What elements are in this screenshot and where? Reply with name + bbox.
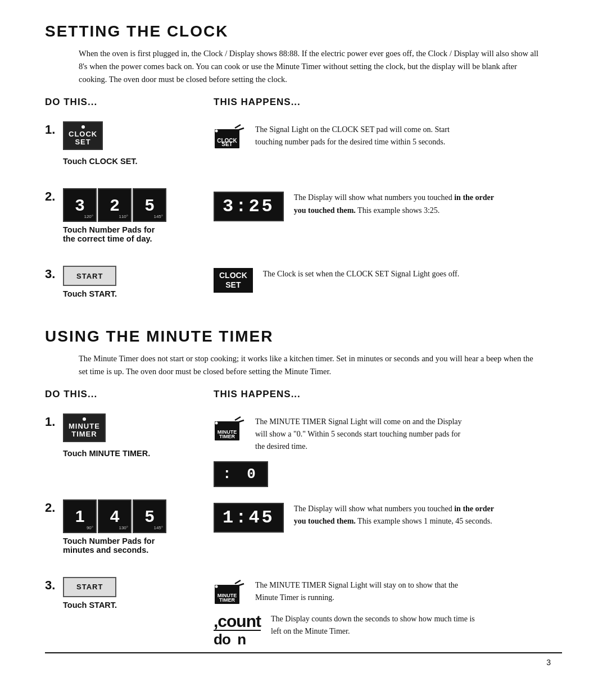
- svg-text:TIMER: TIMER: [219, 597, 235, 603]
- minute-timer-do-this-header: DO THIS...: [45, 389, 214, 400]
- setting-clock-step3-label: Touch START.: [63, 289, 214, 298]
- timer-step2-number: 2.: [45, 501, 57, 515]
- timer-num-key-5[interactable]: 5 145°: [133, 499, 166, 533]
- clock-time-display: 3:25: [214, 192, 284, 221]
- svg-point-15: [215, 585, 218, 588]
- timer-num-key-4[interactable]: 4 130°: [98, 499, 132, 533]
- start-button-timer[interactable]: START: [63, 577, 116, 597]
- svg-point-3: [215, 129, 218, 132]
- setting-clock-step2-number: 2.: [45, 189, 57, 204]
- timer-number-pads: 1 90° 4 130° 5 145°: [63, 499, 166, 533]
- timer-step1-happens: The MINUTE TIMER Signal Light will come …: [255, 416, 469, 453]
- timer-step2-happens: The Display will show what numbers you t…: [294, 503, 508, 528]
- clock-set-off-pad: CLOCKSET: [214, 268, 253, 293]
- setting-clock-step1-label: Touch CLOCK SET.: [63, 157, 214, 166]
- clock-set-pad[interactable]: CLOCKSET: [63, 121, 103, 151]
- num-key-3[interactable]: 3 120°: [63, 188, 97, 222]
- svg-text:SET: SET: [221, 141, 232, 147]
- setting-clock-step2-label: Touch Number Pads forthe correct time of…: [63, 225, 214, 243]
- setting-clock-step1-happens: The Signal Light on the CLOCK SET pad wi…: [255, 124, 469, 149]
- setting-clock-intro: When the oven is first plugged in, the C…: [79, 47, 540, 87]
- timer-step3-happens1: The MINUTE TIMER Signal Light will stay …: [255, 579, 469, 604]
- setting-clock-step3-number: 3.: [45, 267, 57, 281]
- start-button-clock[interactable]: START: [63, 266, 116, 286]
- timer-step3-label: Touch START.: [63, 601, 214, 610]
- clock-set-signal-icon: CLOCK SET: [214, 124, 245, 151]
- setting-clock-this-happens-header: THIS HAPPENS...: [214, 97, 562, 108]
- minute-timer-intro: The Minute Timer does not start or stop …: [79, 352, 540, 378]
- setting-clock-title: SETTING THE CLOCK: [45, 22, 562, 40]
- timer-145-display: 1:45: [214, 503, 284, 533]
- svg-point-9: [215, 421, 218, 424]
- num-key-2[interactable]: 2 110°: [98, 188, 132, 222]
- timer-num-key-1[interactable]: 1 90°: [63, 499, 97, 533]
- minute-timer-this-happens-header: THIS HAPPENS...: [214, 389, 562, 400]
- minute-timer-signal-icon: MINUTE TIMER: [214, 416, 245, 443]
- timer-step1-number: 1.: [45, 415, 57, 429]
- svg-line-6: [235, 417, 241, 420]
- svg-text:TIMER: TIMER: [219, 434, 235, 439]
- timer-zero-display: : 0: [214, 461, 268, 487]
- svg-line-12: [235, 580, 241, 584]
- num-key-5[interactable]: 5 145°: [133, 188, 166, 222]
- setting-clock-step3-happens: The Clock is set when the CLOCK SET Sign…: [263, 268, 459, 280]
- clock-number-pads: 3 120° 2 110° 5 145°: [63, 188, 166, 222]
- timer-step3-number: 3.: [45, 578, 57, 593]
- timer-running-signal-icon: MINUTE TIMER: [214, 579, 245, 606]
- page-divider: [45, 652, 562, 653]
- timer-step3-happens2: The Display counts down the seconds to s…: [271, 613, 484, 638]
- minute-timer-pad[interactable]: MINUTETIMER: [63, 413, 106, 443]
- setting-clock-step2-happens: The Display will show what numbers you t…: [294, 192, 508, 217]
- timer-step2-label: Touch Number Pads forminutes and seconds…: [63, 537, 214, 554]
- timer-step1-label: Touch MINUTE TIMER.: [63, 449, 214, 458]
- setting-clock-do-this-header: DO THIS...: [45, 97, 214, 108]
- setting-clock-step1-number: 1.: [45, 122, 57, 137]
- svg-line-0: [235, 125, 241, 128]
- page-number: 3: [45, 658, 562, 667]
- minute-timer-title: USING THE MINUTE TIMER: [45, 328, 562, 346]
- count-down-display: ,count do n: [214, 613, 261, 647]
